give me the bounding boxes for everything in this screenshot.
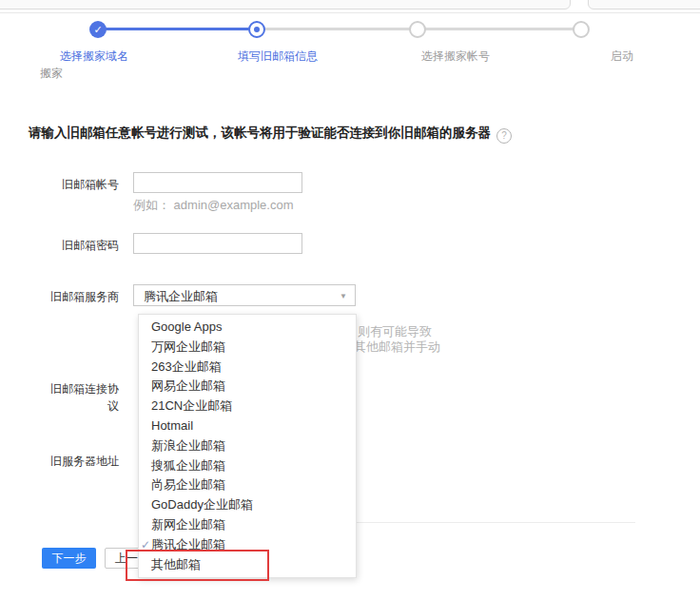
old-server-address-label: 旧服务器地址 [29, 454, 119, 470]
migration-wizard-page: ✓ 选择搬家域名 填写旧邮箱信息 选择搬家帐号 启动 搬家 请输入旧邮箱任意帐号… [0, 0, 700, 600]
dropdown-option[interactable]: 263企业邮箱 [139, 358, 356, 377]
step-label-choose-account: 选择搬家帐号 [421, 48, 490, 65]
section-title-text: 请输入旧邮箱任意帐号进行测试，该帐号将用于验证能否连接到你旧邮箱的服务器 [29, 126, 491, 140]
step-label-start: 启动 [611, 48, 633, 65]
dropdown-option[interactable]: 搜狐企业邮箱 [139, 456, 356, 476]
old-mail-password-label: 旧邮箱密码 [29, 238, 119, 254]
dropdown-option[interactable]: Hotmail [139, 416, 356, 436]
next-step-button[interactable]: 下一步 [42, 548, 96, 569]
old-mail-account-input[interactable] [133, 172, 302, 193]
top-card-edge-left [0, 0, 571, 10]
dropdown-option[interactable]: 新网企业邮箱 [139, 515, 356, 535]
section-bottom-divider [355, 522, 635, 523]
dropdown-option-label: 腾讯企业邮箱 [151, 537, 225, 552]
dropdown-option[interactable]: Google Apps [139, 318, 356, 338]
chevron-down-icon: ▼ [340, 292, 347, 300]
dropdown-option[interactable]: 21CN企业邮箱 [139, 397, 356, 416]
top-card-edge-right [588, 0, 700, 10]
step3-pending-icon [409, 21, 426, 38]
dropdown-option[interactable]: 万网企业邮箱 [139, 338, 356, 358]
old-mail-account-hint: 例如： admin@example.com [133, 197, 294, 214]
old-mail-account-label: 旧邮箱帐号 [29, 177, 119, 193]
dropdown-option[interactable]: 新浪企业邮箱 [139, 436, 356, 456]
section-title: 请输入旧邮箱任意帐号进行测试，该帐号将用于验证能否连接到你旧邮箱的服务器? [29, 125, 512, 144]
dropdown-option-other-mail[interactable]: 其他邮箱 [139, 555, 356, 575]
step4-pending-icon [573, 21, 590, 38]
step-label-fill-old-mail-info: 填写旧邮箱信息 [238, 48, 318, 65]
provider-dropdown-panel: Google Apps 万网企业邮箱 263企业邮箱 网易企业邮箱 21CN企业… [138, 314, 357, 578]
dropdown-option[interactable]: 尚易企业邮箱 [139, 475, 356, 495]
stepper-progress [98, 28, 257, 30]
step2-dot-icon [254, 27, 260, 32]
old-mail-provider-label: 旧邮箱服务商 [29, 289, 119, 305]
top-divider [0, 12, 700, 13]
step2-current-icon [248, 21, 265, 38]
step-label-overflow: 搬家 [40, 66, 63, 82]
dropdown-option[interactable]: GoDaddy企业邮箱 [139, 495, 356, 515]
provider-selected-value: 腾讯企业邮箱 [144, 288, 218, 305]
check-icon: ✓ [141, 535, 150, 555]
step-label-choose-domain: 选择搬家域名 [60, 48, 128, 65]
dropdown-option-selected[interactable]: ✓腾讯企业邮箱 [139, 535, 356, 555]
old-mail-provider-select[interactable]: 腾讯企业邮箱 ▼ [133, 284, 356, 306]
old-mail-protocol-label: 旧邮箱连接协议 [49, 380, 119, 415]
background-hint-line2: 其他邮箱并手动 [354, 339, 440, 356]
help-question-icon[interactable]: ? [496, 128, 512, 144]
dropdown-option[interactable]: 网易企业邮箱 [139, 377, 356, 397]
old-mail-password-input[interactable] [133, 233, 302, 254]
step1-done-check-icon: ✓ [89, 21, 107, 38]
